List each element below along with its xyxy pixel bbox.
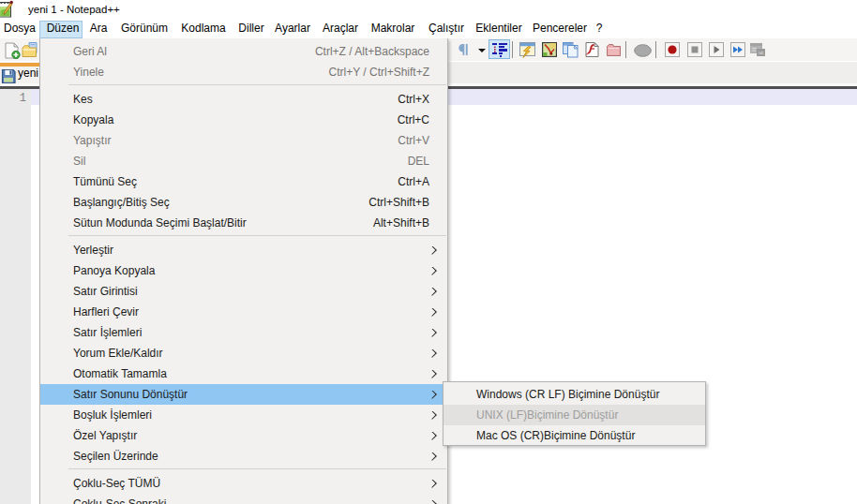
svg-text:uc: uc: [759, 50, 764, 55]
